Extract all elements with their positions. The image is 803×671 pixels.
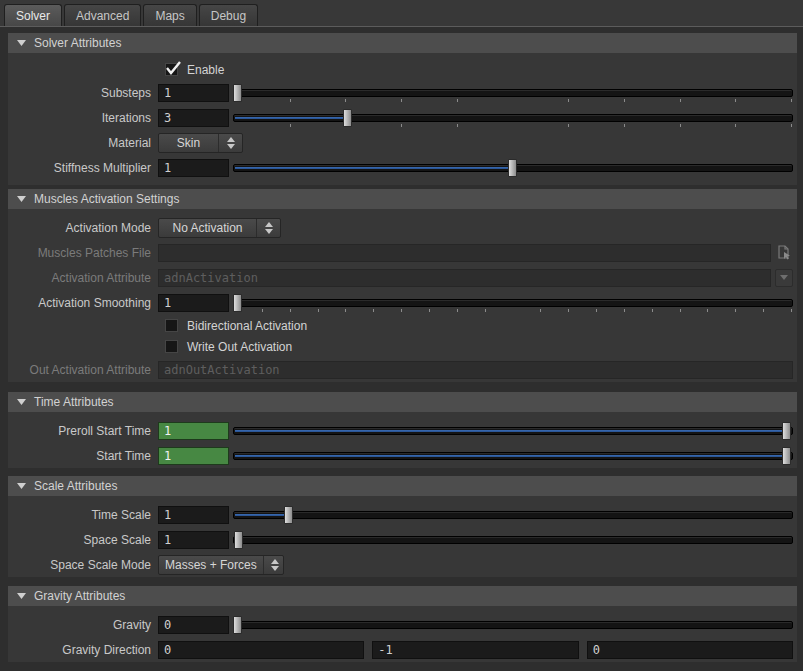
iterations-field[interactable]: 3 [158,109,229,127]
start-time-field[interactable]: 1 [158,447,229,465]
tab-bar-divider [0,26,803,27]
material-label: Material [8,136,158,150]
slider-handle[interactable] [508,159,517,177]
space-scale-label: Space Scale [8,533,158,547]
slider-handle[interactable] [233,84,242,102]
section-header-gravity-attributes[interactable]: Gravity Attributes [8,586,797,606]
stiffness-multiplier-slider[interactable] [233,158,793,178]
activation-attribute-field: adnActivation [158,269,771,287]
collapse-arrow-icon [17,40,26,46]
bidirectional-activation-checkbox[interactable] [165,319,178,332]
space-scale-mode-dropdown-value: Masses + Forces [159,556,263,574]
slider-handle[interactable] [233,294,242,312]
substeps-field[interactable]: 1 [158,84,229,102]
space-scale-slider[interactable] [233,530,793,550]
gravity-direction-label: Gravity Direction [8,643,158,657]
activation-mode-label: Activation Mode [8,221,158,235]
slider-handle[interactable] [782,422,791,440]
enable-label: Enable [187,63,224,77]
collapse-arrow-icon [17,483,26,489]
time-scale-slider[interactable] [233,505,793,525]
out-activation-attribute-label: Out Activation Attribute [8,363,158,377]
time-scale-field[interactable]: 1 [158,506,229,524]
start-time-slider[interactable] [233,446,793,466]
section-time-attributes: Time Attributes Preroll Start Time 1 Sta… [8,392,797,468]
write-out-activation-label: Write Out Activation [187,340,292,354]
substeps-slider[interactable] [233,83,793,103]
section-title: Muscles Activation Settings [34,192,179,206]
slider-handle[interactable] [343,109,352,127]
section-gravity-attributes: Gravity Attributes Gravity 0 Gravity Dir… [8,586,797,662]
chevron-down-icon [780,275,788,280]
checkmark-icon [165,60,181,76]
muscles-patches-file-label: Muscles Patches File [8,246,158,260]
stiffness-multiplier-field[interactable]: 1 [158,159,229,177]
start-time-label: Start Time [8,449,158,463]
preroll-start-time-slider[interactable] [233,421,793,441]
gravity-direction-y-field[interactable]: -1 [372,641,578,659]
out-activation-attribute-field: adnOutActivation [158,361,793,379]
slider-ticks [235,124,792,127]
muscles-patches-file-field [158,244,771,262]
section-title: Solver Attributes [34,36,121,50]
slider-handle[interactable] [233,616,242,634]
tab-advanced[interactable]: Advanced [64,4,141,26]
preroll-start-time-field[interactable]: 1 [158,422,229,440]
space-scale-mode-dropdown[interactable]: Masses + Forces [158,555,284,575]
activation-smoothing-field[interactable]: 1 [158,294,229,312]
collapse-arrow-icon [17,593,26,599]
bidirectional-activation-label: Bidirectional Activation [187,319,307,333]
collapse-arrow-icon [17,399,26,405]
slider-handle[interactable] [284,506,293,524]
activation-mode-dropdown-value: No Activation [159,219,256,237]
enable-checkbox[interactable] [165,63,178,76]
gravity-direction-x-field[interactable]: 0 [158,641,364,659]
tab-solver[interactable]: Solver [4,4,62,26]
dropdown-arrows-icon [218,134,242,152]
section-title: Gravity Attributes [34,589,125,603]
section-solver-attributes: Solver Attributes Enable Substeps 1 Iter… [8,33,797,185]
slider-ticks [235,309,792,312]
activation-mode-dropdown[interactable]: No Activation [158,218,281,238]
time-scale-label: Time Scale [8,508,158,522]
section-title: Time Attributes [34,395,114,409]
section-muscles-activation: Muscles Activation Settings Activation M… [8,189,797,382]
write-out-activation-checkbox[interactable] [165,340,178,353]
material-dropdown[interactable]: Skin [158,133,243,153]
preroll-start-time-label: Preroll Start Time [8,424,158,438]
stiffness-multiplier-label: Stiffness Multiplier [8,161,158,175]
slider-handle[interactable] [782,447,791,465]
tab-debug[interactable]: Debug [199,4,258,26]
collapse-arrow-icon [17,196,26,202]
iterations-label: Iterations [8,111,158,125]
slider-ticks [235,99,792,102]
slider-handle[interactable] [234,531,243,549]
space-scale-field[interactable]: 1 [158,531,229,549]
gravity-label: Gravity [8,618,158,632]
tab-bar: Solver Advanced Maps Debug [0,0,803,27]
file-browse-icon [776,245,792,261]
dropdown-arrows-icon [256,219,280,237]
material-dropdown-value: Skin [159,134,218,152]
gravity-slider[interactable] [233,615,793,635]
dropdown-arrows-icon [263,556,287,574]
activation-smoothing-label: Activation Smoothing [8,296,158,310]
section-title: Scale Attributes [34,479,117,493]
substeps-label: Substeps [8,86,158,100]
section-header-time-attributes[interactable]: Time Attributes [8,392,797,412]
iterations-slider[interactable] [233,108,793,128]
tab-maps[interactable]: Maps [143,4,196,26]
section-header-muscles-activation[interactable]: Muscles Activation Settings [8,189,797,209]
section-scale-attributes: Scale Attributes Time Scale 1 Space Scal… [8,476,797,577]
activation-smoothing-slider[interactable] [233,293,793,313]
section-header-solver-attributes[interactable]: Solver Attributes [8,33,797,53]
gravity-direction-z-field[interactable]: 0 [587,641,793,659]
gravity-field[interactable]: 0 [158,616,229,634]
file-browse-button [775,244,793,262]
activation-attribute-label: Activation Attribute [8,271,158,285]
attribute-picker-button [775,269,793,287]
section-header-scale-attributes[interactable]: Scale Attributes [8,476,797,496]
space-scale-mode-label: Space Scale Mode [8,558,158,572]
